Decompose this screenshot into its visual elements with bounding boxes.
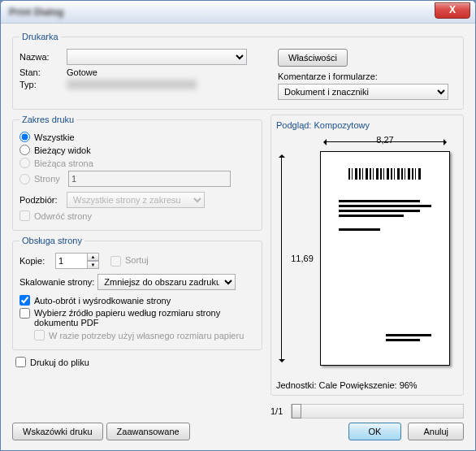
printer-group: Drukarka Nazwa: Stan: Gotowe Typ:	[12, 32, 464, 110]
close-button[interactable]: X	[435, 2, 470, 19]
autorotate-check[interactable]	[19, 295, 30, 306]
page-preview	[320, 151, 450, 366]
printer-name-select[interactable]	[67, 49, 247, 65]
copies-input[interactable]	[55, 253, 88, 269]
advanced-button[interactable]: Zaawansowane	[106, 423, 190, 440]
range-page-label: Bieżąca strona	[34, 158, 93, 168]
comments-select[interactable]: Dokument i znaczniki	[278, 84, 448, 100]
pages-input	[68, 171, 231, 187]
scale-label: Skalowanie strony:	[19, 277, 94, 287]
page-indicator: 1/1	[270, 406, 283, 416]
range-view-label: Bieżący widok	[34, 145, 91, 155]
width-arrow	[320, 137, 450, 148]
footer: Wskazówki druku Zaawansowane OK Anuluj	[12, 423, 464, 440]
page-slider[interactable]	[291, 404, 464, 418]
tofile-check[interactable]	[15, 357, 26, 367]
state-label: Stan:	[19, 67, 67, 77]
tofile-label: Drukuj do pliku	[30, 358, 89, 367]
comments-label: Komentarze i formularze:	[278, 72, 378, 81]
type-label: Typ:	[19, 80, 67, 89]
titlebar: Print Dialog X	[1, 1, 475, 24]
properties-button[interactable]: Właściwości	[278, 49, 348, 67]
preview-box: 8,27 11,69	[276, 133, 458, 377]
dialog-body: Drukarka Nazwa: Stan: Gotowe Typ:	[1, 24, 475, 450]
sort-check	[110, 256, 121, 267]
papersrc-check[interactable]	[19, 308, 30, 319]
range-all-radio[interactable]	[19, 132, 30, 142]
reverse-label: Odwróć strony	[34, 211, 92, 221]
print-dialog: Print Dialog X Drukarka Nazwa: Stan: Got…	[0, 0, 476, 451]
state-value: Gotowe	[67, 67, 97, 77]
handling-group: Obsługa strony Kopie: ▲▼ Sortuj Skalowan…	[12, 236, 262, 350]
printer-legend: Drukarka	[19, 32, 61, 41]
customsize-label: W razie potrzeby użyj własnego rozmiaru …	[49, 331, 244, 340]
range-pages-label: Strony	[34, 174, 68, 184]
range-group: Zakres druku Wszystkie Bieżący widok Bie…	[12, 115, 262, 231]
height-dim: 11,69	[288, 151, 317, 366]
units-label: Jednostki: Cale Powiększenie: 96%	[276, 380, 458, 390]
preview-group: Podgląd: Kompozytowy 8,27 11,69	[270, 115, 464, 396]
papersrc-label: Wybierz źródło papieru według rozmiaru s…	[34, 308, 237, 327]
reverse-check	[19, 210, 30, 221]
height-arrow	[276, 151, 288, 366]
range-legend: Zakres druku	[19, 115, 76, 124]
subset-select: Wszystkie strony z zakresu	[67, 192, 205, 208]
autorotate-label: Auto-obrót i wyśrodkowanie strony	[34, 296, 171, 306]
range-all-label: Wszystkie	[34, 132, 75, 142]
name-label: Nazwa:	[19, 52, 67, 62]
spin-down[interactable]: ▼	[87, 261, 99, 269]
preview-title: Podgląd: Kompozytowy	[276, 120, 458, 130]
customsize-check	[34, 330, 45, 340]
subset-label: Podzbiór:	[19, 195, 67, 205]
cancel-button[interactable]: Anuluj	[408, 423, 464, 440]
range-view-radio[interactable]	[19, 145, 30, 155]
tips-button[interactable]: Wskazówki druku	[12, 423, 103, 440]
range-pages-radio	[19, 174, 30, 184]
barcode-icon	[348, 168, 422, 180]
handling-legend: Obsługa strony	[19, 236, 84, 245]
ok-button[interactable]: OK	[348, 423, 402, 440]
type-value	[67, 80, 197, 89]
range-page-radio	[19, 158, 30, 168]
sort-label: Sortuj	[125, 255, 149, 265]
slider-thumb[interactable]	[292, 404, 301, 418]
spin-up[interactable]: ▲	[87, 253, 99, 261]
copies-spinner[interactable]: ▲▼	[55, 253, 99, 269]
window-title: Print Dialog	[9, 7, 63, 18]
scale-select[interactable]: Zmniejsz do obszaru zadruku	[97, 274, 236, 290]
copies-label: Kopie:	[19, 256, 55, 266]
